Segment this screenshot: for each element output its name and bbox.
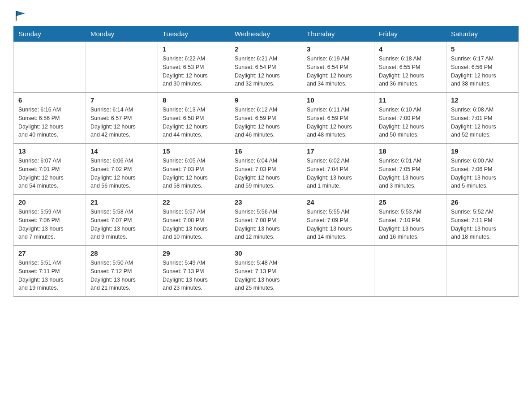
day-number: 1: [163, 45, 225, 53]
calendar-cell: [302, 245, 374, 296]
calendar-cell: [446, 245, 519, 296]
calendar-cell: 19Sunrise: 6:00 AM Sunset: 7:06 PM Dayli…: [446, 143, 519, 194]
day-number: 25: [379, 198, 442, 206]
calendar-week-row: 1Sunrise: 6:22 AM Sunset: 6:53 PM Daylig…: [14, 42, 519, 93]
calendar-cell: 4Sunrise: 6:18 AM Sunset: 6:55 PM Daylig…: [374, 42, 446, 93]
weekday-header-friday: Friday: [374, 26, 446, 42]
day-number: 28: [90, 249, 153, 257]
day-number: 6: [18, 96, 81, 104]
day-number: 29: [163, 249, 225, 257]
day-number: 4: [379, 45, 442, 53]
day-info: Sunrise: 5:55 AM Sunset: 7:09 PM Dayligh…: [307, 208, 369, 241]
calendar-week-row: 27Sunrise: 5:51 AM Sunset: 7:11 PM Dayli…: [14, 245, 519, 296]
day-number: 13: [18, 147, 81, 155]
calendar-cell: 16Sunrise: 6:04 AM Sunset: 7:03 PM Dayli…: [230, 143, 302, 194]
calendar-table: SundayMondayTuesdayWednesdayThursdayFrid…: [13, 26, 519, 297]
day-number: 11: [379, 96, 442, 104]
day-number: 17: [307, 147, 369, 155]
day-number: 15: [163, 147, 225, 155]
day-info: Sunrise: 6:14 AM Sunset: 6:57 PM Dayligh…: [90, 106, 153, 139]
calendar-cell: 21Sunrise: 5:58 AM Sunset: 7:07 PM Dayli…: [86, 194, 158, 245]
day-number: 24: [307, 198, 369, 206]
day-info: Sunrise: 6:01 AM Sunset: 7:05 PM Dayligh…: [379, 157, 442, 190]
day-number: 23: [235, 198, 297, 206]
day-info: Sunrise: 5:51 AM Sunset: 7:11 PM Dayligh…: [18, 259, 81, 292]
calendar-cell: 15Sunrise: 6:05 AM Sunset: 7:03 PM Dayli…: [158, 143, 230, 194]
calendar-cell: 30Sunrise: 5:48 AM Sunset: 7:13 PM Dayli…: [230, 245, 302, 296]
day-info: Sunrise: 6:12 AM Sunset: 6:59 PM Dayligh…: [235, 106, 297, 139]
svg-marker-0: [16, 11, 25, 16]
weekday-header-tuesday: Tuesday: [158, 26, 230, 42]
calendar-cell: 29Sunrise: 5:49 AM Sunset: 7:13 PM Dayli…: [158, 245, 230, 296]
calendar-cell: 9Sunrise: 6:12 AM Sunset: 6:59 PM Daylig…: [230, 92, 302, 143]
day-number: 9: [235, 96, 297, 104]
calendar-cell: 17Sunrise: 6:02 AM Sunset: 7:04 PM Dayli…: [302, 143, 374, 194]
day-info: Sunrise: 6:18 AM Sunset: 6:55 PM Dayligh…: [379, 55, 442, 88]
calendar-cell: 25Sunrise: 5:53 AM Sunset: 7:10 PM Dayli…: [374, 194, 446, 245]
calendar-cell: 23Sunrise: 5:56 AM Sunset: 7:08 PM Dayli…: [230, 194, 302, 245]
day-info: Sunrise: 6:08 AM Sunset: 7:01 PM Dayligh…: [451, 106, 514, 139]
day-number: 27: [18, 249, 81, 257]
calendar-cell: 5Sunrise: 6:17 AM Sunset: 6:56 PM Daylig…: [446, 42, 519, 93]
page-header: [13, 9, 519, 21]
day-number: 20: [18, 198, 81, 206]
calendar-cell: 2Sunrise: 6:21 AM Sunset: 6:54 PM Daylig…: [230, 42, 302, 93]
weekday-header-thursday: Thursday: [302, 26, 374, 42]
day-number: 14: [90, 147, 153, 155]
day-info: Sunrise: 6:22 AM Sunset: 6:53 PM Dayligh…: [163, 55, 225, 88]
weekday-header-saturday: Saturday: [446, 26, 519, 42]
day-info: Sunrise: 6:06 AM Sunset: 7:02 PM Dayligh…: [90, 157, 153, 190]
calendar-cell: [86, 42, 158, 93]
day-number: 10: [307, 96, 369, 104]
day-number: 21: [90, 198, 153, 206]
calendar-cell: 22Sunrise: 5:57 AM Sunset: 7:08 PM Dayli…: [158, 194, 230, 245]
calendar-week-row: 6Sunrise: 6:16 AM Sunset: 6:56 PM Daylig…: [14, 92, 519, 143]
day-number: 8: [163, 96, 225, 104]
day-number: 3: [307, 45, 369, 53]
calendar-week-row: 13Sunrise: 6:07 AM Sunset: 7:01 PM Dayli…: [14, 143, 519, 194]
day-info: Sunrise: 6:11 AM Sunset: 6:59 PM Dayligh…: [307, 106, 369, 139]
calendar-cell: [14, 42, 86, 93]
day-info: Sunrise: 6:05 AM Sunset: 7:03 PM Dayligh…: [163, 157, 225, 190]
day-info: Sunrise: 6:02 AM Sunset: 7:04 PM Dayligh…: [307, 157, 369, 190]
day-number: 19: [451, 147, 514, 155]
day-number: 22: [163, 198, 225, 206]
day-number: 7: [90, 96, 153, 104]
day-number: 16: [235, 147, 297, 155]
day-info: Sunrise: 6:16 AM Sunset: 6:56 PM Dayligh…: [18, 106, 81, 139]
day-number: 2: [235, 45, 297, 53]
day-info: Sunrise: 5:57 AM Sunset: 7:08 PM Dayligh…: [163, 208, 225, 241]
day-info: Sunrise: 6:13 AM Sunset: 6:58 PM Dayligh…: [163, 106, 225, 139]
day-info: Sunrise: 6:17 AM Sunset: 6:56 PM Dayligh…: [451, 55, 514, 88]
day-info: Sunrise: 5:53 AM Sunset: 7:10 PM Dayligh…: [379, 208, 442, 241]
day-info: Sunrise: 6:04 AM Sunset: 7:03 PM Dayligh…: [235, 157, 297, 190]
calendar-cell: 13Sunrise: 6:07 AM Sunset: 7:01 PM Dayli…: [14, 143, 86, 194]
day-info: Sunrise: 6:19 AM Sunset: 6:54 PM Dayligh…: [307, 55, 369, 88]
calendar-cell: 12Sunrise: 6:08 AM Sunset: 7:01 PM Dayli…: [446, 92, 519, 143]
calendar-week-row: 20Sunrise: 5:59 AM Sunset: 7:06 PM Dayli…: [14, 194, 519, 245]
weekday-header-wednesday: Wednesday: [230, 26, 302, 42]
calendar-cell: 20Sunrise: 5:59 AM Sunset: 7:06 PM Dayli…: [14, 194, 86, 245]
day-number: 26: [451, 198, 514, 206]
day-info: Sunrise: 5:56 AM Sunset: 7:08 PM Dayligh…: [235, 208, 297, 241]
day-info: Sunrise: 5:48 AM Sunset: 7:13 PM Dayligh…: [235, 259, 297, 292]
day-info: Sunrise: 6:21 AM Sunset: 6:54 PM Dayligh…: [235, 55, 297, 88]
calendar-cell: 14Sunrise: 6:06 AM Sunset: 7:02 PM Dayli…: [86, 143, 158, 194]
day-number: 5: [451, 45, 514, 53]
logo: [13, 9, 27, 21]
weekday-header-monday: Monday: [86, 26, 158, 42]
calendar-cell: 28Sunrise: 5:50 AM Sunset: 7:12 PM Dayli…: [86, 245, 158, 296]
day-number: 18: [379, 147, 442, 155]
day-info: Sunrise: 5:50 AM Sunset: 7:12 PM Dayligh…: [90, 259, 153, 292]
day-info: Sunrise: 6:00 AM Sunset: 7:06 PM Dayligh…: [451, 157, 514, 190]
day-number: 30: [235, 249, 297, 257]
calendar-cell: [374, 245, 446, 296]
calendar-cell: 18Sunrise: 6:01 AM Sunset: 7:05 PM Dayli…: [374, 143, 446, 194]
weekday-header-sunday: Sunday: [14, 26, 86, 42]
day-info: Sunrise: 5:59 AM Sunset: 7:06 PM Dayligh…: [18, 208, 81, 241]
day-number: 12: [451, 96, 514, 104]
calendar-cell: 10Sunrise: 6:11 AM Sunset: 6:59 PM Dayli…: [302, 92, 374, 143]
calendar-cell: 26Sunrise: 5:52 AM Sunset: 7:11 PM Dayli…: [446, 194, 519, 245]
calendar-cell: 24Sunrise: 5:55 AM Sunset: 7:09 PM Dayli…: [302, 194, 374, 245]
day-info: Sunrise: 6:07 AM Sunset: 7:01 PM Dayligh…: [18, 157, 81, 190]
